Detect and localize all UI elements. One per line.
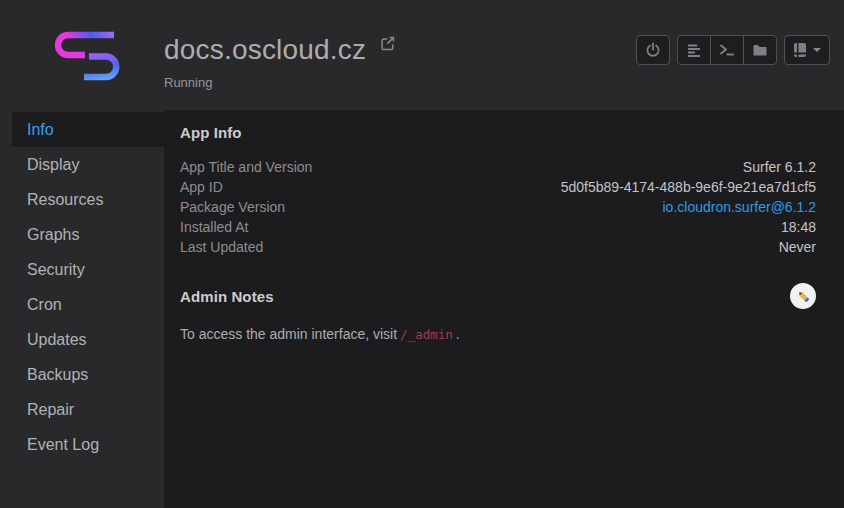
info-label: Installed At bbox=[180, 219, 249, 235]
app-actions-group bbox=[677, 35, 777, 65]
terminal-button[interactable] bbox=[710, 35, 744, 65]
edit-notes-button[interactable] bbox=[790, 283, 816, 309]
folder-icon bbox=[752, 42, 768, 58]
admin-note-text: To access the admin interface, visit/_ad… bbox=[180, 326, 816, 342]
note-text-before: To access the admin interface, visit bbox=[180, 326, 397, 342]
logs-button[interactable] bbox=[677, 35, 711, 65]
sidebar: Info Display Resources Graphs Security C… bbox=[0, 110, 164, 508]
sidebar-item-label: Resources bbox=[27, 191, 103, 209]
sidebar-item-cron[interactable]: Cron bbox=[12, 287, 164, 322]
admin-notes-header: Admin Notes bbox=[180, 283, 816, 309]
sidebar-item-backups[interactable]: Backups bbox=[12, 357, 164, 392]
status-badge: Running bbox=[164, 75, 395, 90]
files-button[interactable] bbox=[743, 35, 777, 65]
power-icon bbox=[645, 42, 661, 58]
app-info-table: App Title and Version Surfer 6.1.2 App I… bbox=[180, 159, 816, 259]
info-label: Package Version bbox=[180, 199, 285, 215]
sidebar-item-repair[interactable]: Repair bbox=[12, 392, 164, 427]
info-value: 5d0f5b89-4174-488b-9e6f-9e21ea7d1cf5 bbox=[561, 179, 816, 195]
log-lines-icon bbox=[686, 42, 702, 58]
sidebar-item-display[interactable]: Display bbox=[12, 147, 164, 182]
sidebar-item-label: Repair bbox=[27, 401, 74, 419]
power-button[interactable] bbox=[636, 35, 670, 65]
sidebar-item-label: Display bbox=[27, 156, 79, 174]
admin-path-code: /_admin bbox=[400, 327, 453, 342]
info-row: App Title and Version Surfer 6.1.2 bbox=[180, 159, 816, 179]
info-row: Package Version io.cloudron.surfer@6.1.2 bbox=[180, 199, 816, 219]
info-label: App Title and Version bbox=[180, 159, 312, 175]
sidebar-item-label: Info bbox=[27, 121, 54, 139]
info-value: 18:48 bbox=[781, 219, 816, 235]
main-content: App Info App Title and Version Surfer 6.… bbox=[164, 110, 844, 508]
sidebar-item-graphs[interactable]: Graphs bbox=[12, 217, 164, 252]
header-toolbar bbox=[636, 35, 830, 65]
info-row: Installed At 18:48 bbox=[180, 219, 816, 239]
page-title: docs.oscloud.cz bbox=[164, 34, 366, 66]
book-icon bbox=[793, 42, 807, 58]
sidebar-item-info[interactable]: Info bbox=[12, 112, 164, 147]
info-row: Last Updated Never bbox=[180, 239, 816, 259]
note-text-after: . bbox=[456, 326, 460, 342]
caret-down-icon bbox=[813, 48, 821, 52]
terminal-icon bbox=[719, 42, 735, 58]
info-row: App ID 5d0f5b89-4174-488b-9e6f-9e21ea7d1… bbox=[180, 179, 816, 199]
info-label: Last Updated bbox=[180, 239, 263, 255]
title-block: docs.oscloud.cz Running bbox=[164, 34, 395, 90]
sidebar-item-label: Updates bbox=[27, 331, 87, 349]
sidebar-item-updates[interactable]: Updates bbox=[12, 322, 164, 357]
sidebar-item-label: Backups bbox=[27, 366, 88, 384]
info-label: App ID bbox=[180, 179, 223, 195]
surfer-app-logo bbox=[52, 26, 122, 85]
pencil-icon bbox=[796, 289, 811, 304]
sidebar-item-label: Graphs bbox=[27, 226, 79, 244]
sidebar-item-label: Cron bbox=[27, 296, 62, 314]
external-link-icon[interactable] bbox=[380, 36, 395, 51]
info-value: Never bbox=[779, 239, 816, 255]
app-info-heading: App Info bbox=[180, 124, 816, 141]
app-header: docs.oscloud.cz Running bbox=[0, 0, 844, 110]
sidebar-item-resources[interactable]: Resources bbox=[12, 182, 164, 217]
sidebar-item-label: Event Log bbox=[27, 436, 99, 454]
info-value: Surfer 6.1.2 bbox=[743, 159, 816, 175]
book-dropdown-button[interactable] bbox=[784, 35, 830, 65]
sidebar-item-event-log[interactable]: Event Log bbox=[12, 427, 164, 462]
sidebar-item-label: Security bbox=[27, 261, 85, 279]
admin-notes-heading: Admin Notes bbox=[180, 288, 274, 305]
sidebar-item-security[interactable]: Security bbox=[12, 252, 164, 287]
sidebar-nav: Info Display Resources Graphs Security C… bbox=[12, 112, 164, 462]
info-value[interactable]: io.cloudron.surfer@6.1.2 bbox=[662, 199, 816, 215]
